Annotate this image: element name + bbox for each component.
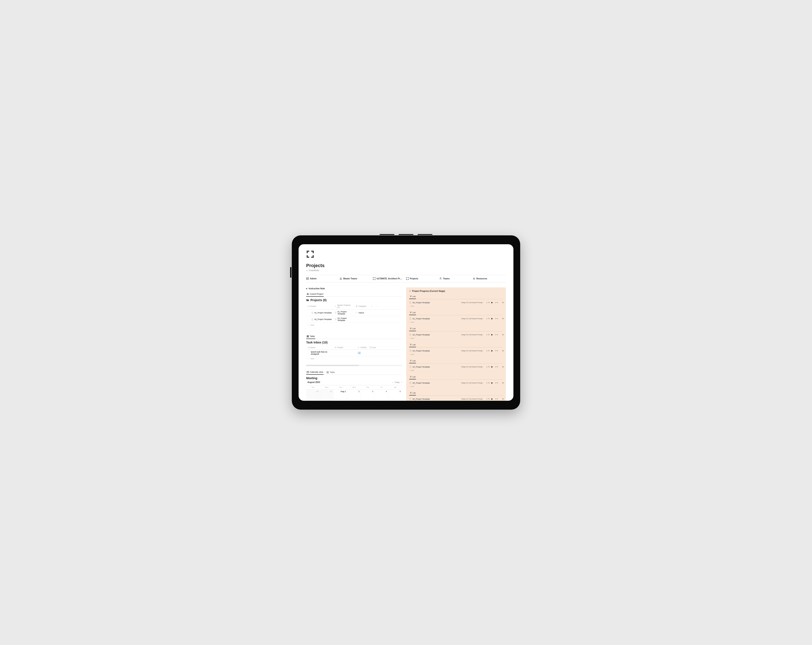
progress-row[interactable]: 00_Project Template Stage 03_Developed D…: [409, 301, 503, 304]
dow-label: Tue: [333, 385, 347, 389]
progress-stage: Stage 03_Developed Design: [453, 301, 483, 303]
th-master[interactable]: ↗Master Projects (3): [333, 304, 354, 308]
progress-new-row[interactable]: +New: [409, 304, 503, 307]
list-icon: [410, 376, 412, 378]
dow-label: Fri: [375, 385, 388, 389]
progress-item-tabs: List: [409, 327, 503, 332]
calendar-day[interactable]: 2: [347, 390, 361, 401]
tab-list[interactable]: List: [409, 375, 416, 379]
scrollbar-thumb[interactable]: [306, 365, 359, 366]
folder-solid-icon: [306, 299, 309, 301]
th-priority[interactable]: ⊙Priority: [357, 346, 368, 348]
plus-icon: +: [409, 353, 410, 355]
nav-item-3[interactable]: Projects: [406, 277, 439, 280]
th-assignee[interactable]: Assignee: [354, 304, 370, 308]
progress-item: List 04_Project Template Stage 03_Develo…: [409, 359, 503, 371]
task-row[interactable]: Quick task that no assigned L: [306, 350, 402, 356]
horizontal-scrollbar[interactable]: [306, 365, 402, 366]
nav-item-2[interactable]: ULTIMATE_Architect Pr…: [373, 277, 406, 280]
progress-value: 1.73: [484, 382, 490, 384]
calendar-nav: ‹ Today ›: [392, 381, 402, 384]
calendar-icon: [369, 346, 372, 348]
column-options-button[interactable]: ⋯: [373, 304, 379, 308]
progress-item-tabs: List: [409, 294, 503, 299]
nav-icon: [373, 277, 375, 280]
nav-item-1[interactable]: Master Teams: [339, 277, 372, 280]
nav-icon: [473, 277, 475, 280]
progress-stage: Stage 03_Developed Design: [453, 382, 483, 384]
tab-label: Table: [310, 335, 315, 338]
nav-label: Resources: [476, 277, 487, 280]
tab-label: Table: [330, 371, 335, 373]
progress-row[interactable]: 02_Project Template Stage 03_Developed D…: [409, 333, 503, 337]
progress-new-row[interactable]: +New: [409, 369, 503, 371]
next-month-button[interactable]: ›: [401, 381, 402, 384]
progress-row[interactable]: 06_Project Template Stage 03_Developed D…: [409, 397, 503, 401]
add-column-button[interactable]: +: [370, 304, 373, 308]
progress-item: List 03_Project Template Stage 03_Develo…: [409, 342, 503, 355]
tab-list[interactable]: List: [409, 310, 416, 315]
project-row[interactable]: 01_Project Template 01_Project Template …: [306, 310, 402, 316]
progress-new-row[interactable]: +New: [409, 385, 503, 387]
progress-stage: Stage 03_Developed Design: [453, 366, 483, 368]
progress-row[interactable]: 04_Project Template Stage 03_Developed D…: [409, 365, 503, 369]
calendar-day[interactable]: 5: [388, 390, 402, 401]
nav-item-5[interactable]: Resources: [473, 277, 506, 280]
new-task-row[interactable]: +New: [306, 356, 402, 361]
tab-calendar-view[interactable]: Calendar view: [306, 370, 324, 375]
tab-current-project[interactable]: Curent Project: [306, 292, 324, 297]
th-project[interactable]: Project: [333, 346, 357, 348]
progress-item: List 02_Project Template Stage 03_Develo…: [409, 327, 503, 339]
progress-row[interactable]: 01_Project Template Stage 03_Developed D…: [409, 316, 503, 321]
progress-row[interactable]: 05_Project Template Stage 03_Developed D…: [409, 381, 503, 385]
progress-row[interactable]: 03_Project Template Stage 03_Developed D…: [409, 349, 503, 353]
tab-list[interactable]: List: [409, 342, 416, 347]
today-button[interactable]: Today: [395, 381, 400, 384]
dow-label: Wed: [347, 385, 361, 389]
progress-toggle[interactable]: ▼ Project Progress (Current Stage): [409, 290, 503, 292]
backlinks-link[interactable]: ↙ 5 backlinks: [306, 269, 506, 272]
tab-list[interactable]: List: [409, 359, 416, 363]
calendar-day[interactable]: 3: [361, 390, 375, 401]
progress-new-row[interactable]: +New: [409, 337, 503, 339]
progress-name: 05_Project Template: [409, 382, 452, 384]
tab-table[interactable]: Table: [326, 370, 335, 374]
tab-table[interactable]: Table: [306, 334, 315, 339]
nav-label: Teams: [443, 277, 450, 280]
progress-new-row[interactable]: +New: [409, 353, 503, 355]
right-column: ▼ Project Progress (Current Stage) List …: [406, 287, 506, 401]
calendar-day[interactable]: 30: [306, 390, 320, 401]
projects-view-tabs: Curent Project: [306, 292, 402, 297]
progress-dot: [491, 399, 493, 400]
instruction-toggle[interactable]: ▶ Instruction Note: [306, 287, 402, 290]
th-project[interactable]: AaProject: [306, 304, 333, 308]
th-due[interactable]: Due: [368, 346, 380, 348]
new-project-row[interactable]: +New: [306, 323, 402, 327]
tab-list[interactable]: List: [409, 327, 416, 331]
list-icon: [410, 311, 412, 314]
nav-bar: AdminMaster TeamsULTIMATE_Architect Pr…P…: [306, 275, 506, 282]
progress-new-row[interactable]: +New: [409, 321, 503, 323]
progress-value: 1.73: [484, 398, 490, 400]
th-name[interactable]: AaName: [306, 346, 333, 348]
progress-item: List 06_Project Template Stage 03_Develo…: [409, 391, 503, 401]
svg-rect-14: [370, 347, 371, 348]
calendar-day[interactable]: 31: [320, 390, 334, 401]
prev-month-button[interactable]: ‹: [392, 381, 393, 384]
calendar-day[interactable]: 4: [375, 390, 388, 401]
meeting-view-tabs: Calendar view Table: [306, 370, 402, 375]
nav-icon: [406, 277, 409, 280]
tab-list[interactable]: List: [409, 391, 416, 396]
svg-point-1: [340, 278, 341, 278]
nav-item-4[interactable]: Teams: [439, 277, 472, 280]
nav-label: Admin: [310, 277, 317, 280]
cell-project: 01_Project Template: [306, 311, 333, 315]
progress-dot: [491, 302, 493, 303]
projects-title-text: Projects (9): [310, 298, 327, 302]
text-icon: Aa: [307, 346, 310, 348]
nav-item-0[interactable]: Admin: [306, 277, 339, 280]
calendar-day[interactable]: Aug 1: [333, 390, 347, 401]
dow-label: Mon: [320, 385, 334, 389]
project-row[interactable]: 02_Project Template 02_Project Template: [306, 316, 402, 323]
tab-list[interactable]: List: [409, 294, 416, 299]
